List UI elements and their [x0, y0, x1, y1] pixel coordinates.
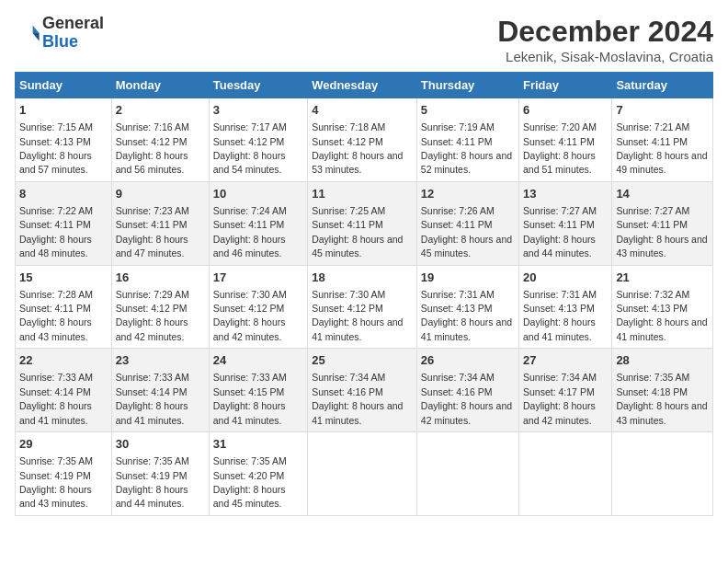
day-number: 15 [19, 270, 108, 286]
day-info: Sunrise: 7:22 AMSunset: 4:11 PMDaylight:… [19, 205, 93, 259]
day-number: 3 [213, 102, 303, 119]
calendar-cell: 20 Sunrise: 7:31 AMSunset: 4:13 PMDaylig… [519, 265, 612, 349]
calendar-week-row: 15 Sunrise: 7:28 AMSunset: 4:11 PMDaylig… [16, 265, 713, 349]
calendar-cell: 17 Sunrise: 7:30 AMSunset: 4:12 PMDaylig… [209, 265, 307, 349]
calendar-cell: 19 Sunrise: 7:31 AMSunset: 4:13 PMDaylig… [416, 265, 518, 349]
calendar-cell [416, 432, 518, 516]
calendar-cell: 28 Sunrise: 7:35 AMSunset: 4:18 PMDaylig… [612, 349, 713, 432]
day-info: Sunrise: 7:31 AMSunset: 4:13 PMDaylight:… [421, 289, 512, 342]
calendar-cell: 18 Sunrise: 7:30 AMSunset: 4:12 PMDaylig… [308, 265, 417, 349]
logo-icon [15, 20, 40, 46]
day-info: Sunrise: 7:15 AMSunset: 4:13 PMDaylight:… [19, 121, 93, 175]
day-number: 10 [213, 186, 303, 202]
day-info: Sunrise: 7:33 AMSunset: 4:14 PMDaylight:… [19, 372, 93, 425]
calendar-week-row: 1 Sunrise: 7:15 AMSunset: 4:13 PMDayligh… [16, 98, 713, 182]
day-number: 17 [213, 270, 303, 286]
day-info: Sunrise: 7:26 AMSunset: 4:11 PMDaylight:… [421, 205, 512, 259]
svg-marker-0 [33, 25, 40, 32]
column-header-saturday: Saturday [612, 73, 713, 98]
day-info: Sunrise: 7:35 AMSunset: 4:19 PMDaylight:… [19, 455, 93, 509]
calendar-cell: 12 Sunrise: 7:26 AMSunset: 4:11 PMDaylig… [416, 181, 518, 265]
day-number: 12 [421, 186, 515, 202]
day-number: 4 [312, 102, 413, 119]
calendar-table: SundayMondayTuesdayWednesdayThursdayFrid… [15, 72, 713, 516]
logo-blue: Blue [42, 33, 104, 52]
day-number: 28 [616, 352, 709, 369]
calendar-cell: 30 Sunrise: 7:35 AMSunset: 4:19 PMDaylig… [111, 432, 209, 516]
calendar-cell: 2 Sunrise: 7:16 AMSunset: 4:12 PMDayligh… [111, 98, 209, 182]
day-info: Sunrise: 7:34 AMSunset: 4:16 PMDaylight:… [421, 372, 512, 425]
day-number: 30 [116, 436, 205, 453]
calendar-cell: 7 Sunrise: 7:21 AMSunset: 4:11 PMDayligh… [612, 98, 713, 182]
main-title: December 2024 [497, 15, 713, 49]
column-header-wednesday: Wednesday [308, 73, 417, 98]
day-number: 20 [523, 270, 608, 286]
day-info: Sunrise: 7:25 AMSunset: 4:11 PMDaylight:… [312, 205, 403, 259]
day-info: Sunrise: 7:35 AMSunset: 4:20 PMDaylight:… [213, 455, 287, 509]
day-info: Sunrise: 7:34 AMSunset: 4:17 PMDaylight:… [523, 372, 597, 425]
day-number: 26 [421, 352, 515, 369]
day-number: 18 [312, 270, 413, 286]
calendar-cell: 25 Sunrise: 7:34 AMSunset: 4:16 PMDaylig… [308, 349, 417, 432]
calendar-week-row: 22 Sunrise: 7:33 AMSunset: 4:14 PMDaylig… [16, 349, 713, 432]
day-info: Sunrise: 7:28 AMSunset: 4:11 PMDaylight:… [19, 289, 93, 342]
calendar-cell: 10 Sunrise: 7:24 AMSunset: 4:11 PMDaylig… [209, 181, 307, 265]
day-info: Sunrise: 7:35 AMSunset: 4:19 PMDaylight:… [116, 455, 189, 509]
day-number: 6 [523, 102, 608, 119]
day-info: Sunrise: 7:20 AMSunset: 4:11 PMDaylight:… [523, 121, 597, 175]
calendar-cell: 8 Sunrise: 7:22 AMSunset: 4:11 PMDayligh… [16, 181, 112, 265]
calendar-cell: 21 Sunrise: 7:32 AMSunset: 4:13 PMDaylig… [612, 265, 713, 349]
calendar-week-row: 29 Sunrise: 7:35 AMSunset: 4:19 PMDaylig… [16, 432, 713, 516]
day-info: Sunrise: 7:19 AMSunset: 4:11 PMDaylight:… [421, 121, 512, 175]
day-info: Sunrise: 7:34 AMSunset: 4:16 PMDaylight:… [312, 372, 403, 425]
day-info: Sunrise: 7:16 AMSunset: 4:12 PMDaylight:… [116, 121, 189, 175]
calendar-cell [519, 432, 612, 516]
logo-text: General Blue [42, 15, 104, 52]
day-info: Sunrise: 7:18 AMSunset: 4:12 PMDaylight:… [312, 121, 403, 175]
day-number: 22 [19, 352, 108, 369]
day-info: Sunrise: 7:33 AMSunset: 4:15 PMDaylight:… [213, 372, 287, 425]
calendar-cell: 22 Sunrise: 7:33 AMSunset: 4:14 PMDaylig… [16, 349, 112, 432]
day-number: 25 [312, 352, 413, 369]
day-info: Sunrise: 7:30 AMSunset: 4:12 PMDaylight:… [312, 289, 403, 342]
calendar-body: 1 Sunrise: 7:15 AMSunset: 4:13 PMDayligh… [16, 98, 713, 516]
calendar-cell: 4 Sunrise: 7:18 AMSunset: 4:12 PMDayligh… [308, 98, 417, 182]
day-number: 23 [116, 352, 205, 369]
day-number: 14 [616, 186, 709, 202]
calendar-cell: 6 Sunrise: 7:20 AMSunset: 4:11 PMDayligh… [519, 98, 612, 182]
day-info: Sunrise: 7:31 AMSunset: 4:13 PMDaylight:… [523, 289, 597, 342]
day-info: Sunrise: 7:24 AMSunset: 4:11 PMDaylight:… [213, 205, 287, 259]
calendar-cell: 13 Sunrise: 7:27 AMSunset: 4:11 PMDaylig… [519, 181, 612, 265]
day-info: Sunrise: 7:23 AMSunset: 4:11 PMDaylight:… [116, 205, 189, 259]
page-header: General Blue December 2024 Lekenik, Sisa… [15, 15, 713, 64]
calendar-cell: 26 Sunrise: 7:34 AMSunset: 4:16 PMDaylig… [416, 349, 518, 432]
calendar-cell: 14 Sunrise: 7:27 AMSunset: 4:11 PMDaylig… [612, 181, 713, 265]
day-number: 21 [616, 270, 709, 286]
day-info: Sunrise: 7:30 AMSunset: 4:12 PMDaylight:… [213, 289, 287, 342]
day-info: Sunrise: 7:17 AMSunset: 4:12 PMDaylight:… [213, 121, 287, 175]
day-number: 24 [213, 352, 303, 369]
day-number: 13 [523, 186, 608, 202]
day-number: 9 [116, 186, 205, 202]
day-number: 8 [19, 186, 108, 202]
calendar-cell: 23 Sunrise: 7:33 AMSunset: 4:14 PMDaylig… [111, 349, 209, 432]
calendar-cell: 5 Sunrise: 7:19 AMSunset: 4:11 PMDayligh… [416, 98, 518, 182]
day-info: Sunrise: 7:27 AMSunset: 4:11 PMDaylight:… [523, 205, 597, 259]
calendar-cell [308, 432, 417, 516]
day-number: 5 [421, 102, 515, 119]
day-number: 1 [19, 102, 108, 119]
day-number: 27 [523, 352, 608, 369]
calendar-cell: 24 Sunrise: 7:33 AMSunset: 4:15 PMDaylig… [209, 349, 307, 432]
column-header-sunday: Sunday [16, 73, 112, 98]
day-info: Sunrise: 7:33 AMSunset: 4:14 PMDaylight:… [116, 372, 189, 425]
logo: General Blue [15, 15, 104, 52]
calendar-cell: 31 Sunrise: 7:35 AMSunset: 4:20 PMDaylig… [209, 432, 307, 516]
day-info: Sunrise: 7:35 AMSunset: 4:18 PMDaylight:… [616, 372, 707, 425]
calendar-cell: 15 Sunrise: 7:28 AMSunset: 4:11 PMDaylig… [16, 265, 112, 349]
column-header-monday: Monday [111, 73, 209, 98]
calendar-week-row: 8 Sunrise: 7:22 AMSunset: 4:11 PMDayligh… [16, 181, 713, 265]
column-header-tuesday: Tuesday [209, 73, 307, 98]
day-number: 11 [312, 186, 413, 202]
calendar-cell: 3 Sunrise: 7:17 AMSunset: 4:12 PMDayligh… [209, 98, 307, 182]
day-number: 31 [213, 436, 303, 453]
